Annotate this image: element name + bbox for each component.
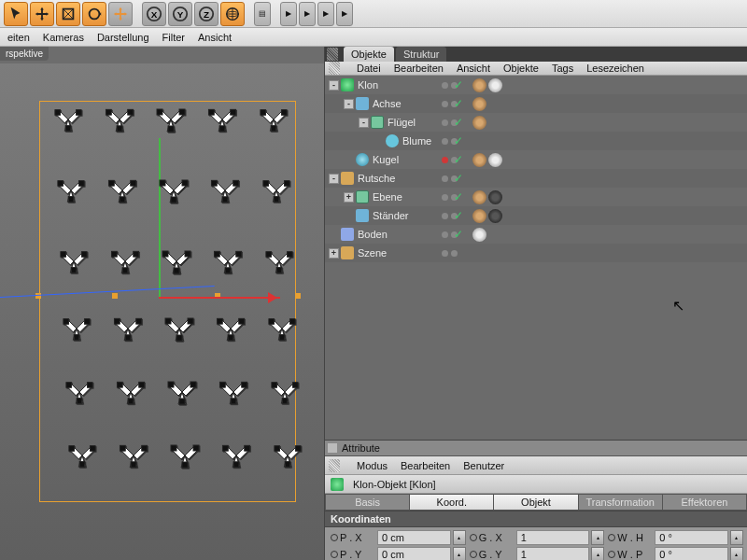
- object-name[interactable]: Rutsche: [358, 173, 395, 184]
- tree-row[interactable]: -Klon✓: [325, 76, 747, 94]
- tag-bronze[interactable]: [472, 116, 486, 130]
- tool-axis-z[interactable]: Z: [194, 2, 218, 26]
- enable-check[interactable]: ✓: [454, 153, 465, 166]
- tool-axis-x[interactable]: X: [142, 2, 166, 26]
- expander-icon[interactable]: -: [359, 118, 369, 128]
- grip-icon[interactable]: [329, 459, 340, 472]
- object-name[interactable]: Boden: [358, 229, 388, 240]
- menu-item[interactable]: Kameras: [43, 32, 84, 43]
- visibility-dots[interactable]: [430, 250, 458, 257]
- tree-row[interactable]: -Achse✓: [325, 94, 747, 113]
- coord-input[interactable]: 1: [516, 547, 590, 560]
- object-name[interactable]: Kugel: [373, 154, 399, 165]
- viewport-canvas[interactable]: [0, 63, 324, 560]
- menu-item[interactable]: Lesezeichen: [586, 63, 644, 74]
- tab-structure[interactable]: Struktur: [396, 47, 447, 62]
- tree-row[interactable]: -Rutsche✓: [325, 169, 747, 188]
- mini-arrow-1[interactable]: ▶: [280, 2, 297, 26]
- tag-bronze[interactable]: [472, 209, 486, 223]
- tree-row[interactable]: +Ebene✓: [325, 188, 747, 206]
- menu-item[interactable]: Darstellung: [97, 32, 149, 43]
- expander-icon[interactable]: -: [329, 174, 339, 184]
- spinner[interactable]: ▴: [453, 547, 466, 560]
- coord-input[interactable]: 0 cm: [377, 547, 451, 560]
- enable-check[interactable]: ✓: [454, 172, 465, 185]
- enable-check[interactable]: ✓: [454, 78, 465, 91]
- expander-icon[interactable]: +: [329, 248, 339, 259]
- object-name[interactable]: Blume: [402, 135, 431, 147]
- enable-check[interactable]: ✓: [454, 190, 465, 203]
- grip-icon[interactable]: [329, 62, 340, 75]
- tab-effektoren[interactable]: Effektoren: [662, 494, 747, 511]
- menu-item[interactable]: Modus: [357, 460, 388, 471]
- expander-icon[interactable]: -: [329, 80, 339, 91]
- mini-arrow-4[interactable]: ▶: [336, 2, 353, 26]
- tag-silver[interactable]: [488, 78, 502, 92]
- tree-row[interactable]: Ständer✓: [325, 206, 747, 225]
- tool-render[interactable]: ▤: [254, 2, 271, 26]
- tag-dark[interactable]: [488, 190, 502, 204]
- spinner[interactable]: ▴: [453, 530, 466, 545]
- menu-item[interactable]: Objekte: [503, 63, 539, 74]
- tool-move[interactable]: [30, 2, 54, 26]
- coord-input[interactable]: 1: [516, 530, 590, 545]
- tool-rotate[interactable]: [82, 2, 106, 26]
- expander-icon[interactable]: +: [344, 192, 354, 203]
- tool-axis-y[interactable]: Y: [168, 2, 192, 26]
- attribute-header[interactable]: Attribute: [325, 440, 747, 456]
- tab-transformation[interactable]: Transformation: [578, 494, 662, 511]
- spinner[interactable]: ▴: [591, 530, 604, 545]
- object-name[interactable]: Flügel: [388, 117, 416, 128]
- enable-check[interactable]: ✓: [454, 116, 465, 129]
- spinner[interactable]: ▴: [591, 547, 604, 560]
- menu-item[interactable]: Datei: [357, 63, 381, 74]
- enable-check[interactable]: ✓: [454, 97, 465, 110]
- tree-row[interactable]: +Szene: [325, 244, 747, 262]
- object-name[interactable]: Klon: [358, 79, 378, 91]
- object-name[interactable]: Ständer: [373, 210, 409, 221]
- object-tree[interactable]: -Klon✓-Achse✓-Flügel✓Blume✓Kugel✓-Rutsch…: [325, 76, 747, 440]
- tag-bronze[interactable]: [472, 97, 486, 111]
- menu-item[interactable]: Filter: [162, 32, 185, 43]
- menu-item[interactable]: Ansicht: [198, 32, 232, 43]
- viewport[interactable]: rspektive: [0, 47, 325, 560]
- axis-x[interactable]: [159, 297, 280, 299]
- tool-scale[interactable]: [56, 2, 80, 26]
- tab-basis[interactable]: Basis: [325, 494, 409, 511]
- menu-item[interactable]: Bearbeiten: [401, 460, 450, 471]
- enable-check[interactable]: ✓: [454, 228, 465, 241]
- menu-item[interactable]: Benutzer: [463, 460, 504, 471]
- tag-dark[interactable]: [488, 209, 502, 223]
- mini-arrow-3[interactable]: ▶: [317, 2, 334, 26]
- menu-item[interactable]: Ansicht: [457, 63, 490, 74]
- coord-input[interactable]: 0 °: [655, 547, 728, 560]
- tool-move-alt[interactable]: [108, 2, 133, 26]
- disclose-icon[interactable]: [328, 443, 337, 453]
- tab-koord[interactable]: Koord.: [409, 494, 493, 511]
- object-name[interactable]: Achse: [373, 98, 402, 109]
- tool-select[interactable]: [4, 2, 28, 26]
- spinner[interactable]: ▴: [730, 547, 743, 560]
- expander-icon[interactable]: -: [344, 99, 354, 109]
- object-name[interactable]: Ebene: [373, 191, 402, 203]
- tree-row[interactable]: Boden✓: [325, 225, 747, 244]
- tag-silver[interactable]: [472, 228, 486, 242]
- enable-check[interactable]: ✓: [454, 209, 465, 222]
- menu-item[interactable]: Bearbeiten: [394, 63, 444, 74]
- tree-row[interactable]: -Flügel✓: [325, 113, 747, 132]
- tree-row[interactable]: Kugel✓: [325, 150, 747, 169]
- tag-bronze[interactable]: [472, 153, 486, 167]
- enable-check[interactable]: ✓: [454, 134, 465, 147]
- mini-arrow-2[interactable]: ▶: [299, 2, 316, 26]
- spinner[interactable]: ▴: [730, 530, 743, 545]
- tag-bronze[interactable]: [472, 78, 486, 92]
- menu-item[interactable]: Tags: [552, 63, 573, 74]
- object-name[interactable]: Szene: [358, 247, 387, 259]
- tag-bronze[interactable]: [472, 190, 486, 204]
- tag-silver[interactable]: [488, 153, 502, 167]
- tab-objekt[interactable]: Objekt: [493, 494, 577, 511]
- menu-item[interactable]: eiten: [7, 32, 30, 43]
- grip-icon[interactable]: [327, 48, 338, 61]
- tool-globe[interactable]: [220, 2, 245, 26]
- coord-input[interactable]: 0 cm: [377, 530, 451, 545]
